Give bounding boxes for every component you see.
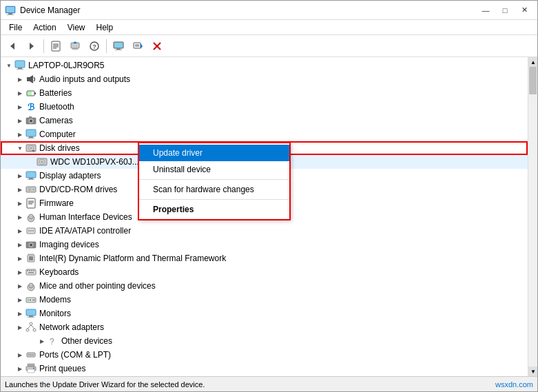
bluetooth-expand-icon[interactable] [14, 101, 25, 112]
print-expand-icon[interactable] [14, 363, 25, 374]
update-driver-toolbar-button[interactable] [66, 38, 84, 54]
tree-item-print[interactable]: Print queues [1, 362, 528, 375]
svg-text:?: ? [92, 43, 96, 50]
ide-icon [25, 225, 37, 236]
firmware-expand-icon[interactable] [14, 198, 25, 209]
scan-hardware-toolbar-button[interactable] [129, 38, 147, 54]
intel-expand-icon[interactable] [14, 253, 25, 264]
modems-icon [25, 294, 37, 305]
tree-item-keyboards[interactable]: Keyboards [1, 265, 528, 279]
svg-rect-26 [18, 68, 22, 69]
ide-expand-icon[interactable] [14, 225, 25, 236]
firmware-icon [25, 198, 37, 209]
context-menu-update-driver[interactable]: Update driver [139, 145, 289, 161]
tree-item-mice[interactable]: Mice and other pointing devices [1, 279, 528, 293]
modems-label: Modems [39, 295, 71, 305]
tree-item-other[interactable]: ? Other devices [1, 334, 528, 348]
svg-marker-4 [10, 43, 14, 50]
close-button[interactable]: ✕ [515, 3, 533, 17]
maximize-button[interactable]: □ [496, 3, 514, 17]
scroll-up-button[interactable]: ▲ [528, 57, 537, 67]
svg-point-100 [30, 354, 32, 355]
app-icon [5, 5, 16, 16]
tree-item-computer[interactable]: Computer [1, 127, 528, 141]
svg-point-67 [32, 230, 34, 231]
svg-rect-72 [29, 256, 33, 260]
hid-expand-icon[interactable] [14, 212, 25, 223]
tree-item-ide[interactable]: IDE ATA/ATAPI controller [1, 224, 528, 238]
diskdrives-expand-icon[interactable] [14, 143, 25, 154]
tree-item-bluetooth[interactable]: ℬ Bluetooth [1, 100, 528, 114]
scroll-down-button[interactable]: ▼ [528, 367, 537, 376]
svg-rect-2 [8, 13, 12, 14]
svg-rect-41 [29, 136, 33, 138]
context-menu-properties[interactable]: Properties [139, 201, 289, 218]
title-text: Device Manager [20, 6, 80, 15]
svg-point-86 [28, 300, 29, 301]
context-menu-scan-hardware[interactable]: Scan for hardware changes [139, 181, 289, 198]
help-button[interactable]: ? [85, 38, 103, 54]
menu-view[interactable]: View [62, 21, 91, 34]
dvdcd-expand-icon[interactable] [14, 184, 25, 195]
svg-rect-19 [134, 43, 141, 48]
tree-item-cameras[interactable]: Cameras [1, 114, 528, 127]
monitors-icon [25, 308, 37, 319]
batteries-label: Batteries [39, 88, 72, 98]
mice-expand-icon[interactable] [14, 280, 25, 291]
update-driver-label: Update driver [153, 148, 203, 158]
properties-label: Properties [153, 205, 194, 214]
computer-expand-icon[interactable] [14, 129, 25, 140]
intel-label: Intel(R) Dynamic Platform and Thermal Fr… [39, 254, 226, 263]
imaging-expand-icon[interactable] [14, 239, 25, 250]
root-expand-icon[interactable] [3, 60, 14, 71]
scroll-thumb[interactable] [529, 67, 537, 94]
scrollbar[interactable]: ▲ ▼ [528, 57, 537, 376]
tree-item-imaging[interactable]: Imaging devices [1, 238, 528, 251]
svg-marker-5 [30, 43, 34, 50]
menu-help[interactable]: Help [91, 21, 119, 34]
properties-button[interactable] [47, 38, 65, 54]
tree-root[interactable]: LAPTOP-0LJR9OR5 [1, 59, 528, 72]
cameras-icon [25, 115, 37, 126]
display-expand-icon[interactable] [14, 170, 25, 181]
tree-item-intel[interactable]: Intel(R) Dynamic Platform and Thermal Fr… [1, 251, 528, 265]
monitors-expand-icon[interactable] [14, 308, 25, 319]
svg-rect-81 [28, 272, 34, 274]
back-button[interactable] [3, 38, 21, 54]
ports-icon [25, 349, 37, 360]
other-expand-icon[interactable] [37, 336, 48, 347]
hid-label: Human Interface Devices [39, 212, 132, 222]
ide-label: IDE ATA/ATAPI controller [39, 226, 131, 236]
tree-item-processors[interactable]: Processors [1, 375, 528, 376]
svg-rect-42 [28, 138, 34, 138]
svg-marker-29 [30, 75, 33, 83]
modems-expand-icon[interactable] [14, 294, 25, 305]
tree-item-ports[interactable]: Ports (COM & LPT) [1, 348, 528, 362]
svg-rect-16 [114, 42, 123, 48]
context-menu-uninstall-device[interactable]: Uninstall device [139, 161, 289, 178]
ports-expand-icon[interactable] [14, 349, 25, 360]
svg-rect-3 [7, 14, 14, 15]
minimize-button[interactable]: — [477, 3, 495, 17]
network-expand-icon[interactable] [14, 322, 25, 333]
svg-point-65 [28, 230, 30, 231]
menu-action[interactable]: Action [28, 21, 61, 34]
svg-rect-34 [28, 92, 32, 95]
toolbar: ? [1, 35, 537, 57]
tree-item-batteries[interactable]: Batteries [1, 86, 528, 100]
scroll-track [528, 67, 537, 367]
svg-rect-77 [27, 270, 28, 271]
tree-item-monitors[interactable]: Monitors [1, 307, 528, 320]
computer-button[interactable] [110, 38, 127, 54]
keyboards-expand-icon[interactable] [14, 267, 25, 278]
tree-item-audio[interactable]: Audio inputs and outputs [1, 72, 528, 86]
batteries-expand-icon[interactable] [14, 87, 25, 99]
tree-item-network[interactable]: Network adapters [1, 320, 528, 334]
menu-file[interactable]: File [3, 21, 28, 34]
audio-expand-icon[interactable] [14, 74, 25, 85]
cameras-expand-icon[interactable] [14, 115, 25, 126]
tree-item-modems[interactable]: Modems [1, 293, 528, 307]
bluetooth-icon: ℬ [25, 101, 37, 112]
forward-button[interactable] [23, 38, 41, 54]
remove-device-button[interactable] [148, 38, 166, 54]
